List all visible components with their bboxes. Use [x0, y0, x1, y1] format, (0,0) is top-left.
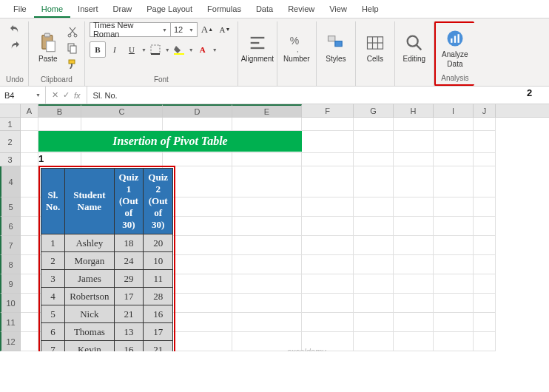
cell[interactable] [394, 236, 434, 255]
table-row[interactable]: 2Morgan2410 [41, 252, 173, 270]
table-cell[interactable]: Ashley [65, 234, 114, 252]
formula-input[interactable]: Sl. No. [87, 91, 549, 100]
tab-insert[interactable]: Insert [70, 1, 106, 18]
table-cell[interactable]: 29 [114, 270, 144, 288]
cell[interactable] [434, 166, 474, 197]
cell[interactable] [354, 153, 394, 166]
underline-button[interactable]: U [124, 41, 140, 58]
cell[interactable] [354, 255, 394, 274]
table-cell[interactable]: Morgan [65, 252, 114, 270]
cell[interactable] [21, 131, 38, 153]
chevron-down-icon[interactable]: ▼ [165, 47, 170, 53]
table-cell[interactable]: 20 [144, 234, 173, 252]
table-cell[interactable]: 6 [41, 323, 65, 341]
decrease-font-button[interactable]: A▼ [217, 21, 233, 38]
styles-button[interactable]: Styles [321, 27, 351, 70]
cell[interactable] [434, 294, 474, 313]
cell[interactable] [354, 131, 394, 153]
table-row[interactable]: 6Thomas1317 [41, 323, 173, 341]
cell[interactable] [434, 313, 474, 332]
table-row[interactable]: 7Kevin1621 [41, 341, 173, 352]
table-cell[interactable]: 28 [144, 288, 173, 305]
row-header[interactable]: 12 [0, 332, 21, 351]
cell[interactable] [354, 118, 394, 131]
tab-data[interactable]: Data [249, 1, 280, 18]
cell[interactable] [474, 236, 496, 255]
cell[interactable] [232, 153, 302, 166]
tab-page-layout[interactable]: Page Layout [139, 1, 200, 18]
cell[interactable] [302, 197, 354, 217]
cell[interactable] [163, 153, 232, 166]
cell[interactable] [232, 166, 302, 197]
cell[interactable] [394, 131, 434, 153]
table-cell[interactable]: 16 [114, 341, 144, 352]
cell[interactable] [232, 118, 302, 131]
col-header[interactable]: E [232, 104, 302, 117]
tab-home[interactable]: Home [34, 1, 70, 18]
cell[interactable] [434, 153, 474, 166]
cell[interactable] [232, 255, 302, 274]
cell[interactable] [232, 274, 302, 294]
col-header[interactable]: B [38, 104, 81, 117]
cell[interactable] [394, 166, 434, 197]
cell[interactable] [394, 294, 434, 313]
data-table[interactable]: Sl. No. Student Name Quiz 1(Out of 30) Q… [41, 168, 173, 351]
cell[interactable] [21, 274, 38, 294]
font-size-select[interactable]: 12▼ [171, 22, 198, 37]
tab-view[interactable]: View [322, 1, 354, 18]
name-box[interactable]: B4▼ [0, 87, 46, 104]
cell[interactable] [394, 153, 434, 166]
row-header[interactable]: 9 [0, 274, 21, 294]
cell[interactable] [81, 153, 163, 166]
border-button[interactable] [147, 41, 164, 58]
copy-button[interactable] [65, 41, 80, 55]
cell[interactable] [434, 274, 474, 294]
increase-font-button[interactable]: A▲ [199, 21, 215, 38]
table-cell[interactable]: Kevin [65, 341, 114, 352]
row-header[interactable]: 2 [0, 131, 21, 153]
cancel-icon[interactable]: ✕ [52, 90, 58, 100]
cell[interactable] [434, 255, 474, 274]
cell[interactable] [232, 236, 302, 255]
bold-button[interactable]: B [90, 41, 106, 58]
fill-color-button[interactable] [171, 41, 187, 58]
cells-button[interactable]: Cells [360, 27, 390, 70]
row-header[interactable]: 7 [0, 236, 21, 255]
select-all-corner[interactable] [0, 104, 21, 117]
table-cell[interactable]: 24 [114, 252, 144, 270]
cell[interactable] [302, 217, 354, 236]
header-sl[interactable]: Sl. No. [41, 169, 65, 234]
tab-formulas[interactable]: Formulas [200, 1, 249, 18]
cell[interactable] [302, 166, 354, 197]
font-color-button[interactable]: A [195, 41, 211, 58]
cell[interactable] [21, 153, 38, 166]
font-name-select[interactable]: Times New Roman▼ [90, 22, 171, 37]
cell[interactable] [21, 294, 38, 313]
cell[interactable] [354, 197, 394, 217]
cell[interactable] [394, 274, 434, 294]
cell[interactable] [474, 294, 496, 313]
cell[interactable] [394, 118, 434, 131]
alignment-button[interactable]: Alignment [243, 27, 272, 70]
chevron-down-icon[interactable]: ▼ [141, 47, 146, 53]
row-header[interactable]: 5 [0, 197, 21, 217]
number-format-button[interactable]: %, Number [282, 27, 311, 70]
table-row[interactable]: 5Nick2116 [41, 305, 173, 323]
table-cell[interactable]: 18 [114, 234, 144, 252]
cell[interactable] [21, 217, 38, 236]
cell[interactable] [394, 332, 434, 351]
row-header[interactable]: 8 [0, 255, 21, 274]
cell[interactable] [434, 236, 474, 255]
cell[interactable] [38, 118, 81, 131]
cell[interactable] [354, 236, 394, 255]
tab-review[interactable]: Review [280, 1, 322, 18]
table-row[interactable]: 1Ashley1820 [41, 234, 173, 252]
table-cell[interactable]: 16 [144, 305, 173, 323]
cell[interactable] [394, 197, 434, 217]
cell[interactable] [302, 255, 354, 274]
cell[interactable] [354, 313, 394, 332]
cell[interactable] [21, 255, 38, 274]
table-cell[interactable]: 17 [114, 288, 144, 305]
cell[interactable] [81, 118, 163, 131]
cell[interactable] [302, 274, 354, 294]
